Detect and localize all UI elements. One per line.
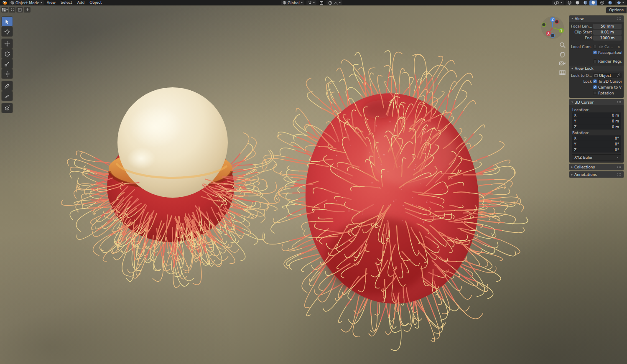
menu-object[interactable]: Object xyxy=(87,0,104,5)
drag-grip-icon[interactable] xyxy=(617,165,622,168)
to-3d-cursor-checkbox[interactable] xyxy=(593,79,597,83)
viewport-overlays-toggle[interactable] xyxy=(599,0,605,5)
lock-rotation-checkbox[interactable] xyxy=(593,91,597,95)
material-sphere-icon xyxy=(583,0,588,5)
menu-view[interactable]: View xyxy=(44,0,58,5)
panel-3d-cursor-header[interactable]: 3D Cursor xyxy=(569,99,624,105)
visibility-dropdown[interactable] xyxy=(552,0,564,5)
menu-select[interactable]: Select xyxy=(58,0,75,5)
render-region-checkbox[interactable] xyxy=(593,59,597,63)
add-cube-icon xyxy=(4,105,10,111)
grid-icon xyxy=(559,69,566,76)
local-camera-checkbox[interactable] xyxy=(593,45,597,48)
clip-start-field[interactable]: 0.01 m xyxy=(593,30,622,35)
gizmo-y-label[interactable]: Y xyxy=(560,29,563,33)
xray-toggle[interactable] xyxy=(607,0,613,5)
gizmo-x-label[interactable]: X xyxy=(547,32,550,36)
tool-annotate[interactable] xyxy=(2,81,13,91)
tool-transform[interactable] xyxy=(2,69,13,79)
shading-rendered-button[interactable] xyxy=(589,0,597,5)
axis-value: 0 m xyxy=(612,125,619,129)
viewport-toggle-b[interactable] xyxy=(16,7,23,13)
blender-logo-menu[interactable] xyxy=(1,0,8,5)
axis-label: Z xyxy=(574,148,576,152)
viewport-menus: View Select Add Object xyxy=(44,0,104,5)
viewport-toggle-a[interactable] xyxy=(9,7,15,13)
lock-to-object-label: Lock to O... xyxy=(571,74,592,78)
clear-icon[interactable]: × xyxy=(617,45,620,49)
clip-end-field[interactable]: 1000 m xyxy=(593,36,622,41)
tool-add-cube[interactable] xyxy=(2,103,13,113)
transform-orientation-dropdown[interactable]: Global xyxy=(281,0,304,5)
subpanel-view-lock-header[interactable]: View Lock xyxy=(569,66,624,71)
tool-rotate[interactable] xyxy=(2,49,13,59)
navigation-gizmo[interactable]: Z Y X xyxy=(539,15,566,41)
rotate-icon xyxy=(4,51,10,57)
cursor-location-z-field[interactable]: Z 0 m xyxy=(572,124,621,130)
shading-wireframe-button[interactable] xyxy=(566,0,573,5)
clip-end-label: End xyxy=(571,36,592,40)
gizmo-z-label[interactable]: Z xyxy=(551,18,554,22)
panel-annotations-header[interactable]: Annotations xyxy=(569,171,624,178)
toggle-perspective-button[interactable] xyxy=(558,69,566,76)
viewport-3d[interactable]: Z Y X xyxy=(0,5,627,364)
cursor-location-y-field[interactable]: Y 0 m xyxy=(572,118,621,124)
mode-select[interactable]: Object Mode xyxy=(9,0,44,5)
falloff-curve-icon xyxy=(334,1,338,5)
shading-material-button[interactable] xyxy=(581,0,589,5)
chevron-down-icon xyxy=(313,2,315,3)
axis-value: 0 m xyxy=(612,119,619,123)
camera-to-view-checkbox[interactable] xyxy=(593,85,597,89)
cursor-rotation-label: Rotation: xyxy=(572,131,621,135)
camera-view-button[interactable] xyxy=(558,59,566,67)
tool-scale[interactable] xyxy=(2,59,13,69)
cursor-location-x-field[interactable]: X 0 m xyxy=(572,112,621,118)
tool-cursor[interactable] xyxy=(2,27,13,36)
snap-target-toggle[interactable] xyxy=(319,0,324,5)
panel-collections-header[interactable]: Collections xyxy=(569,164,624,170)
scale-icon xyxy=(4,61,10,67)
cursor-rotation-y-field[interactable]: Y 0° xyxy=(572,141,621,147)
tool-select-box[interactable] xyxy=(2,17,13,26)
shading-solid-button[interactable] xyxy=(573,0,581,5)
focal-length-label: Focal Len... xyxy=(571,24,592,28)
focal-length-field[interactable]: 50 mm xyxy=(593,24,622,29)
rotation-mode-dropdown[interactable]: XYZ Euler xyxy=(572,154,621,160)
cursor-rotation-x-field[interactable]: X 0° xyxy=(572,135,621,141)
panel-title: View xyxy=(575,17,615,21)
chevron-down-icon xyxy=(6,9,8,10)
axis-label: X xyxy=(574,136,576,140)
gizmos-dropdown[interactable] xyxy=(615,0,626,5)
editor-type-button[interactable] xyxy=(1,7,8,13)
eyedropper-icon[interactable] xyxy=(617,74,620,77)
pan-button[interactable] xyxy=(558,50,566,58)
drag-grip-icon[interactable] xyxy=(617,17,622,20)
orientation-globe-icon xyxy=(283,1,286,5)
panel-title: Annotations xyxy=(574,173,615,177)
cursor-rotation-z-field[interactable]: Z 0° xyxy=(572,147,621,153)
magnet-icon xyxy=(308,1,312,5)
lock-to-object-field[interactable]: Object xyxy=(593,73,622,78)
chevron-down-icon xyxy=(617,157,619,158)
drag-grip-icon[interactable] xyxy=(617,173,622,176)
shading-mode-segment xyxy=(566,0,597,5)
panel-view-header[interactable]: View xyxy=(569,15,624,22)
viewport-toggle-c[interactable] xyxy=(24,7,31,13)
snapping-dropdown[interactable] xyxy=(306,0,316,5)
cursor-location-label: Location: xyxy=(572,108,621,112)
chevron-down-icon xyxy=(622,2,624,3)
zoom-button[interactable] xyxy=(558,41,566,48)
clip-start-label: Clip Start xyxy=(571,30,592,34)
passepartout-checkbox[interactable] xyxy=(593,51,597,54)
menu-add[interactable]: Add xyxy=(75,0,87,5)
proportional-editing-dropdown[interactable] xyxy=(326,0,342,5)
options-dropdown[interactable]: Options xyxy=(606,7,627,13)
camera-data-icon xyxy=(599,45,603,48)
rendered-sphere-icon xyxy=(591,0,596,5)
local-camera-field[interactable]: Ca... × xyxy=(598,44,622,49)
axis-label: Z xyxy=(574,125,576,129)
tool-measure[interactable] xyxy=(2,91,13,101)
viewport-canvas[interactable] xyxy=(0,5,627,364)
tool-move[interactable] xyxy=(2,39,13,48)
drag-grip-icon[interactable] xyxy=(617,101,622,104)
